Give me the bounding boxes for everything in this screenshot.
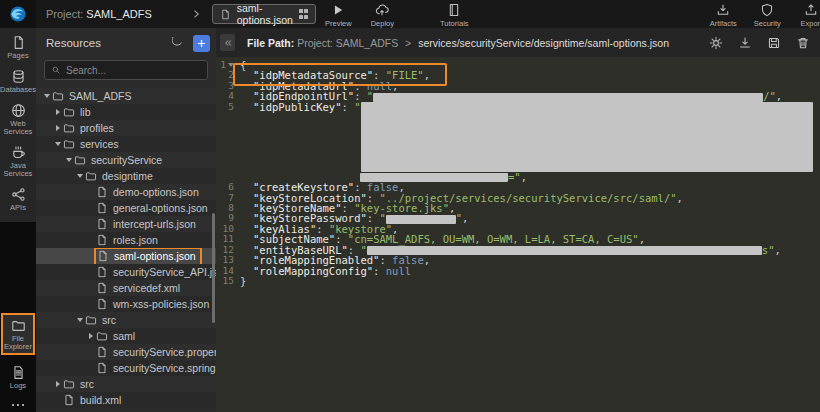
tree-item-src[interactable]: src bbox=[36, 312, 216, 328]
fold-arrow-icon[interactable] bbox=[228, 63, 234, 67]
tab-saml-options[interactable]: saml-options.json bbox=[212, 4, 317, 24]
tree-item-intercept-urls.json[interactable]: intercept-urls.json bbox=[36, 216, 216, 232]
tree-item-wm-xss-policies.json[interactable]: wm-xss-policies.json bbox=[36, 296, 216, 312]
tree-item-securityservice.properties[interactable]: securityService.properties bbox=[36, 344, 216, 360]
token: "roleMappingConfig" bbox=[253, 265, 373, 277]
tree-item-label: designtime bbox=[102, 170, 153, 182]
tree-item-saml[interactable]: saml bbox=[36, 328, 216, 344]
chevron-right-icon[interactable] bbox=[53, 381, 63, 387]
sidebar-item-databases[interactable]: Databases bbox=[0, 69, 36, 94]
code-content: "idpPublicKey": "=", bbox=[238, 102, 813, 183]
tool-label: Export bbox=[800, 19, 820, 28]
code-content: } bbox=[238, 276, 246, 286]
tool-tutorials[interactable]: Tutorials bbox=[432, 0, 476, 28]
tree-item-body: roles.json bbox=[96, 233, 158, 248]
line-number: 7 bbox=[216, 193, 238, 203]
file-icon bbox=[96, 282, 108, 294]
toolbar: Preview Deploy Tutorials Artifacts Secur… bbox=[316, 0, 820, 28]
sidebar-item-label: FileExplorer bbox=[4, 335, 32, 351]
chevron-right-icon[interactable] bbox=[86, 333, 96, 339]
sidebar-item-label: APIs bbox=[10, 204, 26, 212]
tree-item-body: securityService_API.json bbox=[96, 265, 216, 280]
tree-item-demo-options.json[interactable]: demo-options.json bbox=[36, 184, 216, 200]
folder-icon bbox=[85, 170, 97, 182]
sidebar-item-label: Logs bbox=[10, 382, 26, 390]
chevron-down-icon[interactable] bbox=[42, 94, 52, 98]
gear-icon[interactable] bbox=[709, 36, 723, 50]
tree-item-securityservice.spring.xml[interactable]: securityService.spring.xml bbox=[36, 360, 216, 376]
tree-item-saml_adfs[interactable]: SAML_ADFS bbox=[36, 88, 216, 104]
line-number: 2 bbox=[216, 70, 238, 80]
tree-scrollbar[interactable] bbox=[212, 213, 215, 323]
file-icon bbox=[96, 186, 108, 198]
tree-item-label: saml-options.json bbox=[114, 250, 196, 262]
tree-item-body: servicedef.xml bbox=[96, 281, 180, 296]
tree-item-securityservice_api.json[interactable]: securityService_API.json bbox=[36, 264, 216, 280]
refresh-icon[interactable] bbox=[170, 35, 186, 51]
tree-item-lib[interactable]: lib bbox=[36, 104, 216, 120]
tree-item-label: general-options.json bbox=[113, 202, 208, 214]
chevron-down-icon[interactable] bbox=[53, 142, 63, 146]
tree-item-build.xml[interactable]: build.xml bbox=[36, 392, 216, 408]
token: , bbox=[639, 233, 645, 245]
tool-preview[interactable]: Preview bbox=[316, 0, 360, 28]
tree-item-profiles[interactable]: profiles bbox=[36, 120, 216, 136]
token: , bbox=[462, 212, 468, 224]
play-icon bbox=[331, 3, 345, 17]
app-logo[interactable] bbox=[0, 0, 36, 28]
tool-label: Deploy bbox=[371, 19, 394, 28]
sidebar-item-pages[interactable]: Pages bbox=[0, 35, 36, 60]
tool-label: Security bbox=[754, 19, 781, 28]
tray-down-icon bbox=[716, 3, 730, 17]
trash-icon[interactable] bbox=[796, 36, 810, 50]
token: , bbox=[521, 171, 527, 183]
more-options-icon[interactable] bbox=[0, 404, 36, 407]
file-icon bbox=[97, 250, 109, 262]
chevron-right-icon[interactable] bbox=[53, 109, 63, 115]
chevron-right-icon[interactable] bbox=[53, 125, 63, 131]
grid-icon[interactable] bbox=[299, 9, 309, 19]
tree-item-servicedef.xml[interactable]: servicedef.xml bbox=[36, 280, 216, 296]
sidebar-item-java-services[interactable]: JavaServices bbox=[0, 145, 36, 178]
tool-deploy[interactable]: Deploy bbox=[360, 0, 404, 28]
sidebar-item-apis[interactable]: APIs bbox=[0, 187, 36, 212]
collapse-panel-button[interactable] bbox=[220, 34, 235, 51]
file-icon bbox=[96, 202, 108, 214]
tree-item-label: src bbox=[102, 314, 116, 326]
sidebar-item-web-services[interactable]: WebServices bbox=[0, 103, 36, 136]
add-resource-button[interactable] bbox=[193, 35, 210, 52]
save-icon[interactable] bbox=[767, 36, 781, 50]
tool-artifacts[interactable]: Artifacts bbox=[701, 0, 745, 28]
chevron-down-icon[interactable] bbox=[75, 174, 85, 178]
token: "cn=SAML_ADFS, OU=WM, O=WM, L=LA, ST=CA,… bbox=[348, 233, 639, 245]
line-number: 6 bbox=[216, 182, 238, 192]
tree-item-label: services bbox=[80, 138, 119, 150]
code-editor[interactable]: 1{2"idpMetadataSource": "FILE",3"idpMeta… bbox=[216, 57, 820, 412]
sidebar-item-logs[interactable]: Logs bbox=[0, 365, 36, 390]
token: { bbox=[240, 59, 246, 71]
search-input[interactable] bbox=[66, 65, 201, 76]
tree-item-general-options.json[interactable]: general-options.json bbox=[36, 200, 216, 216]
chevron-down-icon[interactable] bbox=[75, 318, 85, 322]
tree-item-saml-options.json[interactable]: saml-options.json bbox=[36, 248, 216, 264]
tree-item-label: securityService.spring.xml bbox=[113, 362, 216, 374]
tool-export[interactable]: Export⌄ bbox=[789, 0, 820, 28]
code-content: { bbox=[238, 60, 246, 70]
breadcrumb: File Path: Project: SAML_ADFS > services… bbox=[247, 37, 709, 49]
download-icon[interactable] bbox=[738, 36, 752, 50]
tree-item-services[interactable]: services bbox=[36, 136, 216, 152]
tree-item-src[interactable]: src bbox=[36, 376, 216, 392]
token: , bbox=[776, 90, 782, 102]
tree-item-designtime[interactable]: designtime bbox=[36, 168, 216, 184]
chevron-down-icon[interactable] bbox=[64, 158, 74, 162]
file-icon bbox=[96, 346, 108, 358]
tree-item-roles.json[interactable]: roles.json bbox=[36, 232, 216, 248]
tree-item-label: securityService_API.json bbox=[113, 266, 216, 278]
token: s" bbox=[762, 244, 775, 256]
tree-item-securityservice[interactable]: securityService bbox=[36, 152, 216, 168]
sidebar-item-label: JavaServices bbox=[4, 162, 33, 178]
tree-item-label: demo-options.json bbox=[113, 186, 199, 198]
sidebar-item-file-explorer[interactable]: FileExplorer bbox=[1, 313, 35, 355]
chevron-right-icon[interactable] bbox=[190, 8, 202, 20]
tool-security[interactable]: Security bbox=[745, 0, 789, 28]
